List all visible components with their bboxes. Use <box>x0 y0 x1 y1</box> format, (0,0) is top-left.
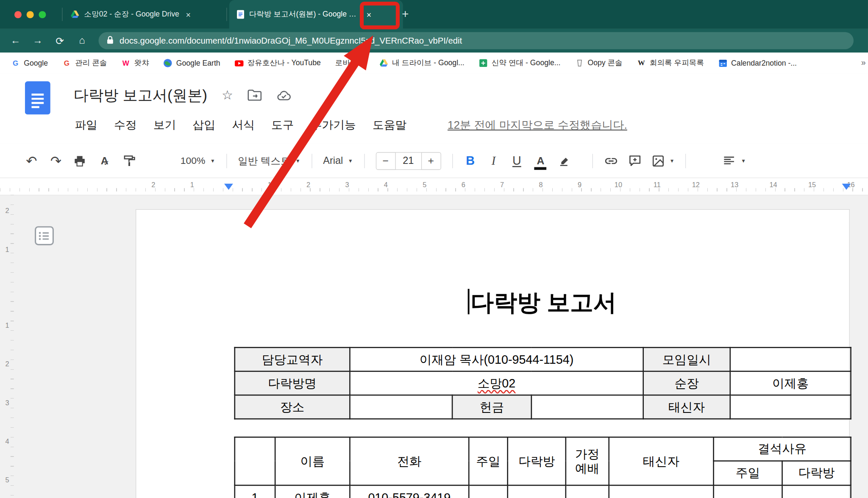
bold-button[interactable]: B <box>464 154 477 168</box>
paragraph-style-select[interactable]: 일반 텍스트▼ <box>238 154 300 167</box>
header-family-worship[interactable]: 가정 예배 <box>566 437 609 485</box>
cell-value[interactable]: 소망02 <box>350 371 643 395</box>
insert-link-icon[interactable] <box>604 154 618 168</box>
google-docs-logo[interactable] <box>25 81 50 117</box>
decrease-font-button[interactable]: − <box>376 152 395 170</box>
cell-label[interactable]: 순장 <box>643 371 730 395</box>
insert-image-button[interactable]: ▼ <box>651 154 675 167</box>
header-absence-darakbang[interactable]: 다락방 <box>782 461 851 485</box>
new-tab-button[interactable]: + <box>402 7 409 20</box>
reload-icon[interactable]: ⟳ <box>53 35 66 47</box>
menu-addons[interactable]: 부가기능 <box>311 117 356 133</box>
document-outline-toggle[interactable] <box>34 226 54 248</box>
header-name[interactable]: 이름 <box>275 437 350 485</box>
bookmark-oopy[interactable]: Oopy 콘솔 <box>575 58 622 68</box>
cell-label[interactable]: 장소 <box>235 395 350 419</box>
header-taesinja[interactable]: 태신자 <box>609 437 714 485</box>
cell-empty[interactable] <box>609 485 714 498</box>
bookmark-clova-dubbing[interactable]: 로바더빙 <box>335 58 365 68</box>
cell-empty[interactable] <box>714 485 782 498</box>
cell-phone[interactable]: 010-5579-3419 <box>350 485 469 498</box>
menu-help[interactable]: 도움말 <box>373 117 406 133</box>
underline-button[interactable]: U <box>510 154 523 168</box>
tab-close-icon[interactable]: × <box>186 10 191 19</box>
cell-label[interactable]: 태신자 <box>643 395 730 419</box>
tab-google-drive[interactable]: 소망02 - 순장 - Google Drive × <box>65 0 230 29</box>
bookmark-youtube[interactable]: 장유호산나 - YouTube <box>235 58 321 68</box>
header-phone[interactable]: 전화 <box>350 437 469 485</box>
document-page[interactable]: 다락방 보고서 담당교역자 이재암 목사(010-9544-1154) 모임일시… <box>136 209 850 498</box>
cell-label[interactable]: 헌금 <box>452 395 531 419</box>
paint-format-icon[interactable] <box>123 154 136 167</box>
redo-icon[interactable]: ↷ <box>49 153 63 169</box>
menu-insert[interactable]: 삽입 <box>193 117 216 133</box>
header-absence-sunday[interactable]: 주일 <box>714 461 782 485</box>
cell-empty[interactable] <box>782 485 851 498</box>
zoom-select[interactable]: 100%▼ <box>181 155 215 166</box>
doc-title-row: 다락방 보고서(원본) ☆ <box>74 81 292 110</box>
bookmark-admin-console[interactable]: G 관리 콘솔 <box>62 58 107 68</box>
cell-value[interactable] <box>350 395 452 419</box>
address-bar[interactable]: docs.google.com/document/d/1nwiaoDraGOj_… <box>98 32 854 50</box>
menu-format[interactable]: 서식 <box>232 117 255 133</box>
cell-value[interactable] <box>531 395 643 419</box>
menu-view[interactable]: 보기 <box>153 117 176 133</box>
last-edited-link[interactable]: 12분 전에 마지막으로 수정했습니다. <box>448 118 627 133</box>
menu-file[interactable]: 파일 <box>75 117 97 133</box>
cell-label[interactable]: 다락방명 <box>235 371 350 395</box>
spellcheck-icon[interactable]: A✓ <box>96 155 113 167</box>
bookmark-my-drive[interactable]: 내 드라이브 - Googl... <box>379 58 465 68</box>
traffic-light-minimize[interactable] <box>27 11 34 18</box>
add-comment-icon[interactable] <box>628 154 641 167</box>
document-title[interactable]: 다락방 보고서 <box>234 288 850 317</box>
cell-value[interactable] <box>730 348 851 371</box>
bookmarks-overflow-icon[interactable]: » <box>861 58 866 67</box>
traffic-light-close[interactable] <box>14 11 22 18</box>
home-icon[interactable]: ⌂ <box>75 35 89 46</box>
cell-value[interactable]: 이제홍 <box>730 371 851 395</box>
undo-icon[interactable]: ↶ <box>24 153 39 169</box>
traffic-light-zoom[interactable] <box>39 11 46 18</box>
cell-empty[interactable] <box>508 485 566 498</box>
bookmark-sheets[interactable]: 신약 연대 - Google... <box>479 58 561 68</box>
cell-number[interactable]: 1 <box>235 485 275 498</box>
highlight-color-button[interactable] <box>558 154 571 167</box>
header-absence-reason[interactable]: 결석사유 <box>714 437 851 461</box>
menu-tools[interactable]: 도구 <box>271 117 294 133</box>
cell-label[interactable]: 모임일시 <box>643 348 730 371</box>
print-icon[interactable] <box>73 154 86 167</box>
cell-empty[interactable] <box>469 485 507 498</box>
cell-value[interactable] <box>730 395 851 419</box>
font-size-value[interactable]: 21 <box>395 152 421 170</box>
back-icon[interactable]: ← <box>9 35 22 46</box>
bookmark-watcha[interactable]: W 왓챠 <box>121 58 149 68</box>
cloud-saved-icon[interactable] <box>276 89 292 101</box>
cell-value[interactable]: 이재암 목사(010-9544-1154) <box>350 348 643 371</box>
header-darakbang[interactable]: 다락방 <box>508 437 566 485</box>
bookmark-google[interactable]: G Google <box>11 59 48 68</box>
ruler-number: 8 <box>539 181 543 188</box>
header-sunday[interactable]: 주일 <box>469 437 507 485</box>
move-folder-icon[interactable] <box>248 89 262 101</box>
cell-label[interactable]: 담당교역자 <box>235 348 350 371</box>
bookmark-google-earth[interactable]: Google Earth <box>164 59 220 68</box>
header-number[interactable] <box>235 437 275 485</box>
bookmark-calendar2notion[interactable]: Calendar2notion -... <box>718 59 797 68</box>
ruler-number: 3 <box>3 399 11 407</box>
bookmark-meeting-notes[interactable]: W 회의록 우피목록 <box>637 58 704 68</box>
document-name[interactable]: 다락방 보고서(원본) <box>74 85 207 105</box>
misspelled-word[interactable]: 소망02 <box>478 376 515 390</box>
font-select[interactable]: Arial▼ <box>323 155 353 166</box>
cell-empty[interactable] <box>566 485 609 498</box>
menu-edit[interactable]: 수정 <box>114 117 137 133</box>
align-button[interactable]: ▼ <box>723 154 746 167</box>
right-indent-marker[interactable] <box>842 184 851 190</box>
cell-name[interactable]: 이제홍 <box>275 485 350 498</box>
star-icon[interactable]: ☆ <box>222 88 233 102</box>
ruler-number: 2 <box>151 181 155 188</box>
left-indent-marker[interactable] <box>224 184 233 190</box>
forward-icon[interactable]: → <box>31 35 44 46</box>
increase-font-button[interactable]: + <box>421 152 441 170</box>
text-color-button[interactable]: A <box>534 155 548 167</box>
italic-button[interactable]: I <box>487 154 500 168</box>
